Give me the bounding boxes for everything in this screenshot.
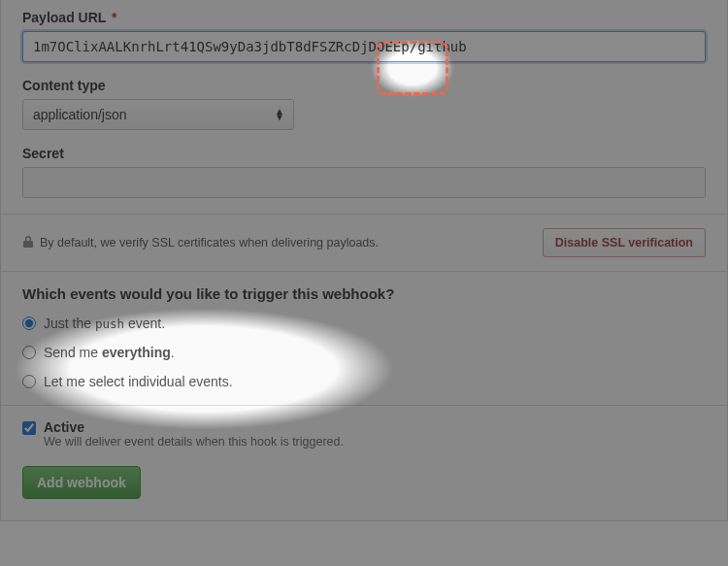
active-title: Active bbox=[44, 419, 344, 435]
active-text: Active We will deliver event details whe… bbox=[44, 419, 344, 449]
radio-individual-label: Let me select individual events. bbox=[44, 374, 233, 389]
events-heading: Which events would you like to trigger t… bbox=[22, 285, 706, 302]
required-asterisk: * bbox=[112, 10, 116, 25]
lock-icon bbox=[22, 235, 34, 251]
ssl-note-text: By default, we verify SSL certificates w… bbox=[40, 236, 379, 250]
payload-url-label: Payload URL * bbox=[22, 10, 706, 25]
webhook-form: Payload URL * Content type application/j… bbox=[0, 0, 728, 521]
secret-label: Secret bbox=[22, 146, 706, 161]
add-webhook-button[interactable]: Add webhook bbox=[22, 466, 141, 499]
radio-just-push-input[interactable] bbox=[22, 316, 36, 330]
divider bbox=[1, 271, 727, 272]
radio-individual-input[interactable] bbox=[22, 375, 36, 388]
content-type-group: Content type application/json ▲▼ bbox=[22, 78, 706, 130]
active-sub: We will deliver event details when this … bbox=[44, 435, 344, 449]
radio-everything-label: Send me everything. bbox=[44, 345, 175, 360]
divider bbox=[1, 405, 727, 406]
content-type-label: Content type bbox=[22, 78, 706, 93]
active-checkbox[interactable] bbox=[22, 421, 36, 435]
content-type-select[interactable]: application/json bbox=[22, 99, 294, 130]
payload-url-input[interactable] bbox=[22, 31, 706, 62]
content-type-select-wrap: application/json ▲▼ bbox=[22, 99, 294, 130]
ssl-row: By default, we verify SSL certificates w… bbox=[22, 228, 706, 257]
radio-everything[interactable]: Send me everything. bbox=[22, 345, 706, 360]
secret-input[interactable] bbox=[22, 167, 706, 198]
divider bbox=[1, 214, 727, 215]
secret-group: Secret bbox=[22, 146, 706, 198]
radio-just-push-label: Just the push event. bbox=[44, 316, 165, 331]
events-group: Which events would you like to trigger t… bbox=[22, 285, 706, 389]
radio-just-push[interactable]: Just the push event. bbox=[22, 316, 706, 331]
ssl-note: By default, we verify SSL certificates w… bbox=[22, 235, 379, 251]
active-row: Active We will deliver event details whe… bbox=[22, 419, 706, 449]
radio-everything-input[interactable] bbox=[22, 346, 36, 359]
payload-url-group: Payload URL * bbox=[22, 10, 706, 62]
radio-individual[interactable]: Let me select individual events. bbox=[22, 374, 706, 389]
payload-url-label-text: Payload URL bbox=[22, 10, 106, 25]
disable-ssl-button[interactable]: Disable SSL verification bbox=[543, 228, 706, 257]
